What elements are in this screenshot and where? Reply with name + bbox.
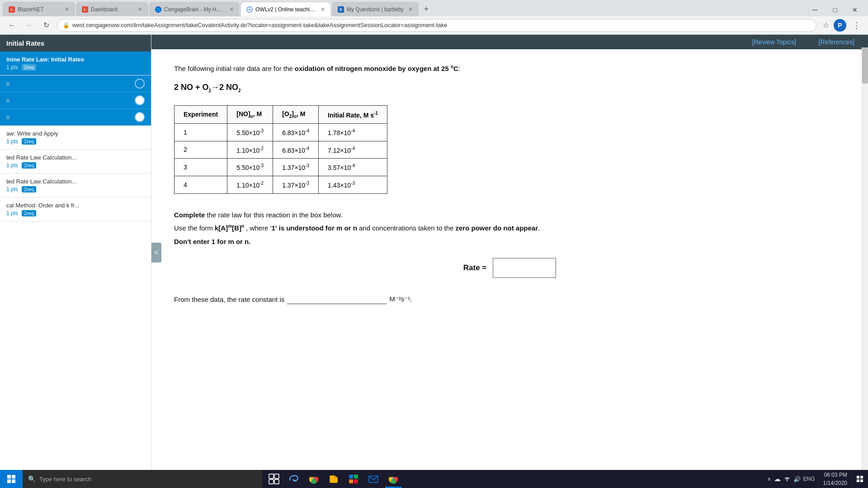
sidebar-item-4-req: 2req [22,186,36,192]
bookmark-star-icon[interactable]: ☆ [823,21,829,29]
store-icon[interactable] [344,470,363,488]
sidebar-item-5-req: 2req [22,210,36,216]
wifi-icon[interactable] [783,475,791,483]
volume-icon[interactable]: 🔊 [793,476,801,483]
svg-rect-4 [274,474,279,479]
svg-rect-17 [860,479,863,482]
svg-rect-10 [349,479,353,483]
tab-owlv2[interactable]: OWLv2 | Online teaching a... ✕ [241,2,331,16]
question-circle-2[interactable] [135,95,145,105]
edge-icon[interactable] [284,470,304,488]
sidebar-item-3-pts: 1 pts [6,162,18,169]
question-circle-3[interactable] [135,112,145,122]
content-scroll-area[interactable]: The following initial rate data are for … [151,49,868,470]
chrome-icon[interactable] [304,470,324,488]
tab-owlv2-label: OWLv2 | Online teaching a... [255,6,316,13]
start-button[interactable] [0,470,23,488]
table-row-4: 4 1.10×10-2 1.37×10-3 1.43×10-3 [175,176,387,193]
close-window-button[interactable]: ✕ [845,4,864,16]
tray-up-arrow[interactable]: ∧ [767,476,771,482]
cloud-icon[interactable]: ☁ [774,475,781,483]
table-row-3: 3 5.50×10-3 1.37×10-3 3.57×10-4 [175,159,387,176]
tab-cengage-home-label: CengageBrain - My Home [164,6,225,13]
menu-button[interactable]: ⋮ [851,20,863,30]
question-row-1: n n n [0,75,151,126]
tab-bartleby[interactable]: b My Questions | bartleby ✕ [332,2,419,16]
taskbar-search[interactable]: 🔍 Type here to search [23,470,262,488]
rate-input[interactable] [493,258,556,278]
eng-indicator[interactable]: ENG [803,476,815,482]
sidebar-header: Initial Rates [0,35,151,52]
question-label-1: n [6,80,135,87]
blazernet-favicon: L [9,6,15,13]
sidebar-item-1-title: inine Rate Law: Initial Rates [6,56,145,63]
bartleby-favicon: b [338,6,344,13]
sidebar-item-4-pts: 1 pts [6,186,18,192]
sidebar-item-2-req: 2req [22,138,36,145]
tab-dashboard-close[interactable]: ✕ [138,6,142,13]
sidebar-item-2[interactable]: aw: Write and Apply 1 pts 2req [0,126,151,150]
notification-center-button[interactable] [852,470,868,488]
references-link[interactable]: [References] [819,38,854,46]
svg-rect-6 [274,479,279,484]
tab-owlv2-close[interactable]: ✕ [321,6,325,13]
svg-rect-16 [857,479,859,482]
sidebar-item-3-title: ted Rate Law Calculation... [6,154,145,161]
tab-cengage-home-close[interactable]: ✕ [229,6,234,13]
tab-blazernet-close[interactable]: ✕ [65,6,69,13]
cengage-favicon: 🌐 [155,6,161,13]
sidebar-item-1[interactable]: inine Rate Law: Initial Rates 1 pts 2req [0,52,151,75]
sidebar-item-1-req: 2req [22,64,36,70]
col-experiment: Experiment [175,106,227,124]
search-icon: 🔍 [28,475,36,483]
scroll-indicator [862,47,868,470]
tab-bartleby-close[interactable]: ✕ [408,6,413,13]
task-view-button[interactable] [264,470,284,488]
tab-dashboard-label: Dashboard [91,6,133,13]
content-header-bar: [Review Topics] [References] [151,35,868,49]
instructions-block: Complete the rate law for this reaction … [174,209,845,248]
browser-chrome: L BlazerNET ✕ L Dashboard ✕ 🌐 CengageBra… [0,0,868,35]
rate-constant-blank[interactable] [287,294,387,304]
chrome-pinned-icon[interactable] [383,470,403,488]
question-label-2: n [6,97,135,104]
sidebar-item-4[interactable]: ted Rate Law Calculation... 1 pts 2req [0,174,151,197]
sidebar-item-1-pts: 1 pts [6,64,18,70]
tab-cengage-home[interactable]: 🌐 CengageBrain - My Home ✕ [149,2,240,16]
address-bar: ← → ↻ 🔒 west.cengagenow.com/ilrn/takeAss… [0,16,868,34]
taskbar-search-text: Type here to search [39,476,91,483]
sidebar-item-2-title: aw: Write and Apply [6,130,145,137]
taskbar: 🔍 Type here to search [0,470,868,488]
forward-button[interactable]: → [23,19,35,32]
minimize-button[interactable]: ─ [806,4,825,16]
tab-dashboard[interactable]: L Dashboard ✕ [76,2,148,16]
review-topics-link[interactable]: [Review Topics] [752,38,796,46]
profile-avatar[interactable]: P [834,19,846,32]
sidebar-item-2-pts: 1 pts [6,138,18,145]
mail-icon[interactable] [363,470,383,488]
question-circle-1[interactable] [135,79,145,89]
clock[interactable]: 06:03 PM 1/14/2020 [819,471,852,487]
refresh-button[interactable]: ↻ [40,19,52,32]
dashboard-favicon: L [82,6,88,13]
url-bar[interactable]: 🔒 west.cengagenow.com/ilrn/takeAssignmen… [57,19,816,32]
rate-constant-row: From these data, the rate constant is M⁻… [174,294,845,304]
tab-blazernet[interactable]: L BlazerNET ✕ [3,2,75,16]
files-icon[interactable] [324,470,344,488]
sidebar-item-3[interactable]: ted Rate Law Calculation... 1 pts 2req [0,150,151,174]
col-o2: [O2]o, M [273,106,319,124]
svg-text:🌐: 🌐 [156,7,160,12]
back-button[interactable]: ← [5,19,18,32]
rate-input-row: Rate = [174,258,845,278]
rate-constant-units: M⁻²s⁻¹. [389,295,412,303]
owlv2-favicon [246,6,253,13]
svg-rect-3 [269,474,274,479]
rate-constant-pre-text: From these data, the rate constant is [174,296,284,303]
sidebar-item-4-title: ted Rate Law Calculation... [6,178,145,185]
problem-intro-text: The following initial rate data are for … [174,63,845,75]
maximize-button[interactable]: □ [826,4,844,16]
svg-rect-8 [349,474,353,479]
table-row-1: 1 5.50×10-3 6.83×10-4 1.78×10-4 [175,123,387,141]
sidebar-item-5[interactable]: cal Method: Order and k fr... 1 pts 2req [0,197,151,221]
new-tab-button[interactable]: + [420,2,433,16]
